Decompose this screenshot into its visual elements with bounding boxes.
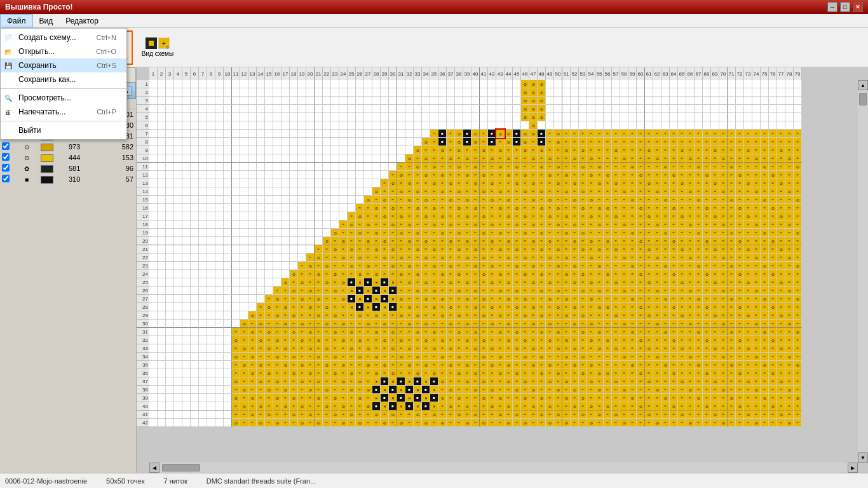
grid-cell-28-76[interactable]: ⊙: [769, 303, 777, 311]
grid-cell-4-17[interactable]: [281, 105, 290, 113]
grid-cell-20-21[interactable]: [315, 237, 323, 245]
grid-cell-33-66[interactable]: =: [686, 344, 695, 353]
grid-cell-40-75[interactable]: =: [761, 402, 769, 410]
grid-cell-23-59[interactable]: ⊙: [628, 262, 637, 270]
grid-cell-31-75[interactable]: ⊙: [761, 328, 769, 336]
grid-cell-4-45[interactable]: [513, 105, 521, 113]
grid-cell-5-11[interactable]: [232, 113, 240, 121]
grid-cell-29-66[interactable]: =: [686, 311, 695, 320]
grid-cell-16-71[interactable]: =: [728, 204, 736, 212]
grid-cell-7-15[interactable]: [265, 130, 273, 138]
grid-cell-22-24[interactable]: ⊙: [339, 254, 348, 262]
grid-cell-35-64[interactable]: =: [670, 361, 678, 369]
grid-cell-36-5[interactable]: [182, 369, 191, 377]
grid-cell-38-57[interactable]: =: [612, 386, 620, 394]
grid-cell-25-34[interactable]: ⊙: [422, 278, 430, 287]
grid-cell-39-15[interactable]: =: [265, 394, 273, 402]
grid-cell-36-22[interactable]: =: [323, 369, 331, 377]
grid-cell-13-32[interactable]: ⊙: [405, 179, 414, 187]
grid-cell-4-39[interactable]: [463, 105, 471, 113]
grid-cell-17-50[interactable]: =: [554, 212, 562, 220]
grid-cell-7-35[interactable]: =: [430, 130, 438, 138]
grid-cell-14-45[interactable]: =: [513, 187, 521, 196]
grid-cell-25-23[interactable]: =: [331, 278, 339, 287]
grid-cell-18-57[interactable]: =: [612, 220, 620, 229]
grid-cell-15-72[interactable]: =: [736, 196, 744, 204]
grid-cell-18-20[interactable]: [306, 220, 315, 229]
grid-cell-1-47[interactable]: ⊙: [529, 80, 538, 88]
grid-cell-27-32[interactable]: =: [405, 295, 414, 303]
grid-cell-20-13[interactable]: [248, 237, 257, 245]
grid-cell-4-31[interactable]: [397, 105, 405, 113]
grid-cell-2-17[interactable]: [281, 88, 290, 97]
grid-cell-7-44[interactable]: ⊙: [505, 130, 513, 138]
grid-cell-6-64[interactable]: [670, 121, 678, 130]
grid-cell-8-24[interactable]: [339, 138, 348, 146]
grid-cell-8-50[interactable]: ⊙: [554, 138, 562, 146]
grid-cell-39-43[interactable]: ⊙: [496, 394, 505, 402]
grid-cell-33-7[interactable]: [199, 344, 207, 353]
grid-cell-29-31[interactable]: ⊙: [397, 311, 405, 320]
grid-cell-3-33[interactable]: [414, 97, 422, 105]
grid-cell-6-59[interactable]: [628, 121, 637, 130]
grid-cell-32-48[interactable]: =: [538, 336, 546, 344]
grid-cell-12-32[interactable]: =: [405, 171, 414, 179]
vscrollbar[interactable]: ▲ ▼: [858, 80, 868, 463]
grid-cell-21-62[interactable]: =: [653, 245, 661, 254]
grid-cell-32-64[interactable]: ⊙: [670, 336, 678, 344]
grid-cell-34-71[interactable]: =: [728, 353, 736, 361]
grid-cell-4-69[interactable]: [711, 105, 719, 113]
grid-cell-6-79[interactable]: [794, 121, 802, 130]
grid-cell-4-20[interactable]: [306, 105, 315, 113]
grid-cell-41-61[interactable]: ⊙: [645, 410, 653, 419]
grid-cell-39-52[interactable]: =: [571, 394, 579, 402]
grid-cell-41-40[interactable]: ⊙: [471, 410, 480, 419]
grid-cell-11-76[interactable]: =: [769, 163, 777, 171]
grid-cell-35-77[interactable]: =: [777, 361, 785, 369]
grid-cell-40-46[interactable]: =: [521, 402, 529, 410]
grid-cell-39-67[interactable]: ⊙: [695, 394, 703, 402]
grid-cell-25-78[interactable]: =: [785, 278, 794, 287]
grid-cell-35-75[interactable]: ⊙: [761, 361, 769, 369]
grid-cell-36-25[interactable]: ⊙: [348, 369, 356, 377]
grid-cell-10-29[interactable]: [381, 154, 389, 163]
grid-cell-11-6[interactable]: [191, 163, 199, 171]
grid-cell-18-46[interactable]: =: [521, 220, 529, 229]
grid-cell-1-8[interactable]: [207, 80, 215, 88]
grid-cell-39-37[interactable]: =: [447, 394, 455, 402]
grid-cell-20-34[interactable]: ⊙: [422, 237, 430, 245]
grid-cell-15-25[interactable]: [348, 196, 356, 204]
grid-cell-25-39[interactable]: ⊙: [463, 278, 471, 287]
grid-cell-35-41[interactable]: =: [480, 361, 488, 369]
grid-cell-34-31[interactable]: ⊙: [397, 353, 405, 361]
grid-cell-14-79[interactable]: =: [794, 187, 802, 196]
grid-cell-3-4[interactable]: [174, 97, 182, 105]
grid-cell-25-63[interactable]: =: [661, 278, 670, 287]
grid-cell-31-5[interactable]: [182, 328, 191, 336]
grid-cell-40-61[interactable]: =: [645, 402, 653, 410]
grid-cell-1-46[interactable]: ⊙: [521, 80, 529, 88]
grid-cell-3-28[interactable]: [372, 97, 381, 105]
grid-cell-9-36[interactable]: ⊙: [438, 146, 447, 154]
grid-cell-26-5[interactable]: [182, 287, 191, 295]
grid-cell-25-21[interactable]: =: [315, 278, 323, 287]
grid-cell-2-36[interactable]: [438, 88, 447, 97]
grid-cell-10-10[interactable]: [224, 154, 232, 163]
grid-cell-2-79[interactable]: [794, 88, 802, 97]
grid-cell-18-44[interactable]: =: [505, 220, 513, 229]
grid-cell-8-68[interactable]: =: [703, 138, 711, 146]
grid-cell-13-44[interactable]: =: [505, 179, 513, 187]
grid-cell-34-26[interactable]: ⊙: [356, 353, 364, 361]
grid-cell-23-75[interactable]: ⊙: [761, 262, 769, 270]
grid-cell-8-8[interactable]: [207, 138, 215, 146]
grid-cell-32-11[interactable]: ⊙: [232, 336, 240, 344]
grid-cell-17-69[interactable]: ⊙: [711, 212, 719, 220]
grid-cell-6-62[interactable]: [653, 121, 661, 130]
grid-cell-29-23[interactable]: ⊙: [331, 311, 339, 320]
grid-cell-30-27[interactable]: ⊙: [364, 320, 372, 328]
grid-cell-1-33[interactable]: [414, 80, 422, 88]
grid-cell-24-41[interactable]: ⊙: [480, 270, 488, 278]
grid-cell-18-55[interactable]: ⊙: [595, 220, 604, 229]
grid-cell-16-60[interactable]: ⊙: [637, 204, 645, 212]
grid-cell-14-71[interactable]: =: [728, 187, 736, 196]
